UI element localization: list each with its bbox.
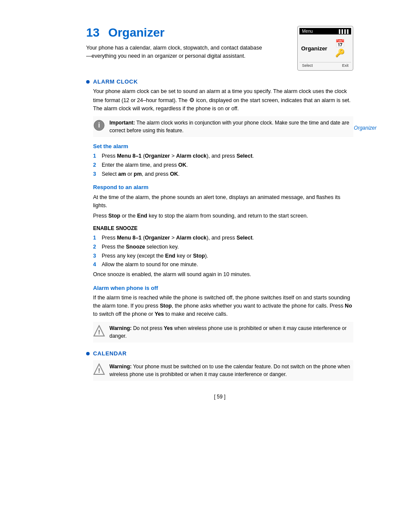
alarm-clock-important-note: i Important: The alarm clock works in co…	[93, 116, 353, 137]
respond-alarm-heading: Respond to an alarm	[93, 183, 353, 192]
set-alarm-heading: Set the alarm	[93, 142, 353, 151]
alarm-clock-bullet	[86, 80, 90, 84]
phone-screen-title-bar: Menu ▐▐▐▐	[299, 28, 351, 34]
set-alarm-step-3: 3 Select am or pm, and press OK.	[93, 170, 353, 178]
calendar-section-header: CALENDAR	[86, 350, 353, 357]
warning-label-1: Warning:	[109, 325, 132, 331]
important-icon: i	[93, 119, 105, 131]
phone-screen-body: Organizer 📅🔑	[299, 36, 351, 60]
alarm-clock-title: ALARM CLOCK	[93, 78, 138, 85]
page-number: [ 59 ]	[86, 394, 353, 400]
page: Organizer 13 Organizer Your phone has a …	[0, 0, 411, 532]
chapter-title: Organizer	[108, 26, 165, 40]
calendar-body: ! Warning: Your phone must be switched o…	[93, 360, 353, 381]
phone-screen-icons: 📅🔑	[331, 39, 349, 58]
snooze-step-4-num: 4	[93, 261, 99, 269]
important-content: The alarm clock works in conjunction wit…	[109, 120, 349, 134]
enable-snooze-heading: ENABLE SNOOZE	[93, 224, 353, 232]
calendar-warning: ! Warning: Your phone must be switched o…	[93, 360, 353, 381]
snooze-step-1-num: 1	[93, 234, 99, 242]
snooze-step-3-num: 3	[93, 252, 99, 260]
alarm-phone-off-heading: Alarm when phone is off	[93, 284, 353, 292]
alarm-phone-off-warning-text: Warning: Do not press Yes when wireless …	[109, 324, 353, 340]
warning-icon-1: !	[93, 325, 105, 337]
alarm-clock-description: Your phone alarm clock can be set to sou…	[93, 87, 353, 113]
set-alarm-steps: 1 Press Menu 8–1 (Organizer > Alarm cloc…	[93, 152, 353, 178]
svg-text:!: !	[98, 329, 100, 336]
snooze-step-1-text: Press Menu 8–1 (Organizer > Alarm clock)…	[102, 234, 254, 242]
page-label: Organizer	[354, 125, 377, 131]
calendar-warning-text: Warning: Your phone must be switched on …	[109, 363, 353, 378]
content-area: 13 Organizer Your phone has a calendar, …	[86, 26, 353, 400]
step-2-text: Enter the alarm time, and press OK.	[102, 161, 188, 169]
phone-screen-illustration: Menu ▐▐▐▐ Organizer 📅🔑 Select Exit	[297, 26, 353, 71]
svg-text:!: !	[98, 367, 100, 374]
alarm-clock-section-header: ALARM CLOCK	[86, 78, 353, 85]
phone-screen-organizer-label: Organizer	[301, 45, 327, 52]
step-3-num: 3	[93, 170, 99, 178]
phone-menu-label: Menu	[302, 29, 313, 34]
snooze-step-3: 3 Press any key (except the End key or S…	[93, 252, 353, 260]
enable-snooze-steps: 1 Press Menu 8–1 (Organizer > Alarm cloc…	[93, 234, 353, 269]
chapter-header: 13 Organizer Your phone has a calendar, …	[86, 26, 353, 71]
svg-text:i: i	[98, 121, 100, 129]
snooze-step-2-text: Press the Snooze selection key.	[102, 243, 179, 251]
chapter-number: 13	[86, 26, 100, 40]
step-1-text: Press Menu 8–1 (Organizer > Alarm clock)…	[102, 152, 254, 160]
phone-exit-label: Exit	[342, 63, 349, 68]
snooze-footer: Once snooze is enabled, the alarm will s…	[93, 271, 353, 279]
respond-alarm-body: At the time of the alarm, the phone soun…	[93, 193, 353, 210]
snooze-step-1: 1 Press Menu 8–1 (Organizer > Alarm cloc…	[93, 234, 353, 242]
snooze-step-3-text: Press any key (except the End key or Sto…	[102, 252, 208, 260]
calendar-bullet	[86, 352, 90, 355]
set-alarm-step-1: 1 Press Menu 8–1 (Organizer > Alarm cloc…	[93, 152, 353, 160]
warning-label-2: Warning:	[109, 364, 132, 370]
warning-icon-2: !	[93, 363, 105, 375]
calendar-title: CALENDAR	[93, 350, 127, 357]
step-3-text: Select am or pm, and press OK.	[102, 170, 180, 178]
respond-alarm-body2: Press Stop or the End key to stop the al…	[93, 212, 353, 220]
step-2-num: 2	[93, 161, 99, 169]
chapter-intro: Your phone has a calendar, alarm clock, …	[86, 44, 267, 60]
warning-content-2: Your phone must be switched on to use th…	[109, 364, 350, 377]
warning-content-1: Do not press Yes when wireless phone use…	[109, 325, 347, 339]
phone-screen-footer: Select Exit	[299, 62, 351, 68]
snooze-step-4: 4 Allow the alarm to sound for one minut…	[93, 261, 353, 269]
alarm-phone-off-warning: ! Warning: Do not press Yes when wireles…	[93, 322, 353, 342]
alarm-clock-body: Your phone alarm clock can be set to sou…	[93, 87, 353, 342]
snooze-step-2: 2 Press the Snooze selection key.	[93, 243, 353, 251]
important-label: Important:	[109, 120, 135, 126]
set-alarm-step-2: 2 Enter the alarm time, and press OK.	[93, 161, 353, 169]
snooze-step-2-num: 2	[93, 243, 99, 251]
phone-select-label: Select	[302, 63, 313, 68]
alarm-phone-off-body: If the alarm time is reached while the p…	[93, 294, 353, 318]
snooze-step-4-text: Allow the alarm to sound for one minute.	[102, 261, 198, 269]
chapter-title-block: 13 Organizer Your phone has a calendar, …	[86, 26, 267, 70]
step-1-num: 1	[93, 152, 99, 160]
phone-signal: ▐▐▐▐	[337, 29, 349, 34]
alarm-clock-important-text: Important: The alarm clock works in conj…	[109, 119, 353, 134]
